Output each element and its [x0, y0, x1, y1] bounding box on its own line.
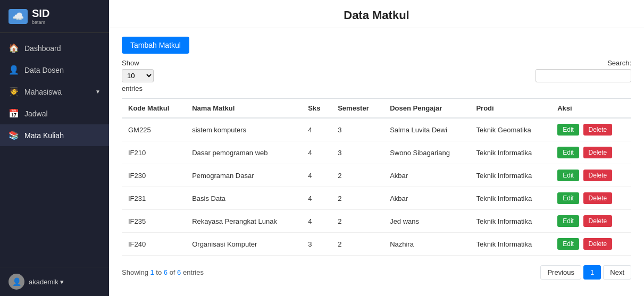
cell-sks-5: 3	[302, 233, 331, 256]
delete-button-3[interactable]: Delete	[583, 192, 613, 204]
cell-prodi-4: Teknik Informatika	[470, 210, 551, 233]
app-name: SID	[32, 7, 49, 20]
pagination-row: Showing 1 to 6 of 6 entries Previous 1 N…	[122, 263, 631, 280]
cell-kode-1: IF210	[122, 141, 186, 164]
table-row: IF210 Dasar pemograman web 4 3 Swono Sib…	[122, 141, 631, 164]
cell-prodi-5: Teknik Informatika	[470, 233, 551, 256]
logo-icon: ☁️	[9, 9, 28, 24]
jadwal-icon: 📅	[9, 108, 19, 119]
cell-dosen-4: Jed wans	[383, 210, 470, 233]
delete-button-1[interactable]: Delete	[583, 147, 613, 158]
sidebar-item-mahasiswa[interactable]: 🧑‍🎓 Mahasiswa ▼	[0, 81, 109, 103]
sidebar-item-data-dosen[interactable]: 👤 Data Dosen	[0, 59, 109, 81]
delete-button-5[interactable]: Delete	[583, 238, 613, 250]
delete-button-4[interactable]: Delete	[583, 215, 613, 227]
add-matkul-button[interactable]: Tambah Matkul	[122, 37, 189, 54]
showing-from: 1	[150, 268, 154, 276]
cell-aksi-3: Edit Delete	[551, 187, 631, 210]
sidebar-item-label-dosen: Data Dosen	[24, 66, 64, 74]
mahasiswa-icon: 🧑‍🎓	[9, 87, 19, 97]
edit-button-1[interactable]: Edit	[557, 147, 579, 158]
toolbar-row: Tambah Matkul	[122, 37, 631, 54]
edit-button-3[interactable]: Edit	[557, 192, 579, 204]
page-header: Data Matkul	[109, 0, 644, 28]
cell-prodi-1: Teknik Informatika	[470, 141, 551, 164]
cell-nama-2: Pemograman Dasar	[186, 164, 302, 187]
cell-nama-3: Basis Data	[186, 187, 302, 210]
cell-dosen-3: Akbar	[383, 187, 470, 210]
page-1-button[interactable]: 1	[583, 265, 601, 280]
cell-aksi-5: Edit Delete	[551, 233, 631, 256]
sidebar-user[interactable]: 👤 akademik ▾	[0, 267, 109, 296]
table-header-row: Kode Matkul Nama Matkul Sks Semester Dos…	[122, 98, 631, 118]
sidebar: ☁️ SID batam 🏠 Dashboard 👤 Data Dosen 🧑‍…	[0, 0, 109, 296]
cell-semester-2: 2	[331, 164, 383, 187]
cell-dosen-1: Swono Sibagariang	[383, 141, 470, 164]
sidebar-item-dashboard[interactable]: 🏠 Dashboard	[0, 37, 109, 59]
cell-prodi-0: Teknik Geomatika	[470, 118, 551, 141]
edit-button-4[interactable]: Edit	[557, 215, 579, 227]
mata-kuliah-icon: 📚	[9, 130, 19, 140]
show-entries-select[interactable]: 10 25 50	[122, 69, 154, 82]
table-row: IF240 Organisasi Komputer 3 2 Nazhira Te…	[122, 233, 631, 256]
showing-text: Showing 1 to 6 of 6 entries	[122, 268, 204, 276]
cell-semester-1: 3	[331, 141, 383, 164]
show-search-row: Show 10 25 50 entries Search:	[122, 59, 631, 92]
cell-aksi-2: Edit Delete	[551, 164, 631, 187]
show-block: Show 10 25 50 entries	[122, 59, 154, 92]
next-button[interactable]: Next	[603, 265, 631, 280]
table-row: IF230 Pemograman Dasar 4 2 Akbar Teknik …	[122, 164, 631, 187]
sidebar-item-mata-kuliah[interactable]: 📚 Mata Kuliah	[0, 124, 109, 146]
cell-nama-1: Dasar pemograman web	[186, 141, 302, 164]
matkul-table: Kode Matkul Nama Matkul Sks Semester Dos…	[122, 98, 631, 256]
cell-dosen-5: Nazhira	[383, 233, 470, 256]
cell-sks-4: 4	[302, 210, 331, 233]
col-sks: Sks	[302, 98, 331, 118]
app-sub: batam	[32, 20, 49, 25]
cell-nama-5: Organisasi Komputer	[186, 233, 302, 256]
cell-aksi-1: Edit Delete	[551, 141, 631, 164]
search-block: Search:	[536, 59, 631, 82]
cell-nama-0: sistem komputers	[186, 118, 302, 141]
cell-prodi-2: Teknik Informatika	[470, 164, 551, 187]
sidebar-nav: 🏠 Dashboard 👤 Data Dosen 🧑‍🎓 Mahasiswa ▼…	[0, 33, 109, 267]
delete-button-0[interactable]: Delete	[583, 124, 613, 136]
main-content: Data Matkul Tambah Matkul Show 10 25 50 …	[109, 0, 644, 296]
cell-sks-0: 4	[302, 118, 331, 141]
cell-semester-5: 2	[331, 233, 383, 256]
col-semester: Semester	[331, 98, 383, 118]
cell-kode-3: IF231	[122, 187, 186, 210]
user-label: akademik ▾	[29, 278, 64, 286]
cell-sks-3: 4	[302, 187, 331, 210]
cell-sks-1: 4	[302, 141, 331, 164]
sidebar-item-label-jadwal: Jadwal	[24, 109, 48, 118]
avatar: 👤	[9, 274, 24, 290]
sidebar-item-label-mahasiswa: Mahasiswa	[24, 88, 62, 96]
edit-button-5[interactable]: Edit	[557, 238, 579, 250]
search-label: Search:	[607, 59, 631, 67]
entries-label: entries	[122, 84, 154, 92]
col-aksi: Aksi	[551, 98, 631, 118]
chevron-down-icon: ▼	[95, 89, 101, 95]
previous-button[interactable]: Previous	[540, 265, 581, 280]
edit-button-2[interactable]: Edit	[557, 170, 579, 181]
cell-kode-0: GM225	[122, 118, 186, 141]
col-prodi: Prodi	[470, 98, 551, 118]
col-nama-matkul: Nama Matkul	[186, 98, 302, 118]
cell-prodi-3: Teknik Informatika	[470, 187, 551, 210]
delete-button-2[interactable]: Delete	[583, 170, 613, 181]
sidebar-item-jadwal[interactable]: 📅 Jadwal	[0, 103, 109, 124]
edit-button-0[interactable]: Edit	[557, 124, 579, 136]
cell-semester-3: 2	[331, 187, 383, 210]
table-row: GM225 sistem komputers 4 3 Salma Luvita …	[122, 118, 631, 141]
cell-kode-2: IF230	[122, 164, 186, 187]
search-input[interactable]	[536, 69, 631, 82]
sidebar-item-label-matkul: Mata Kuliah	[24, 131, 64, 140]
col-kode-matkul: Kode Matkul	[122, 98, 186, 118]
dashboard-icon: 🏠	[9, 43, 19, 53]
page-title: Data Matkul	[122, 9, 631, 22]
cell-kode-5: IF240	[122, 233, 186, 256]
table-row: IF231 Basis Data 4 2 Akbar Teknik Inform…	[122, 187, 631, 210]
data-dosen-icon: 👤	[9, 65, 19, 75]
showing-to: 6	[164, 268, 168, 276]
